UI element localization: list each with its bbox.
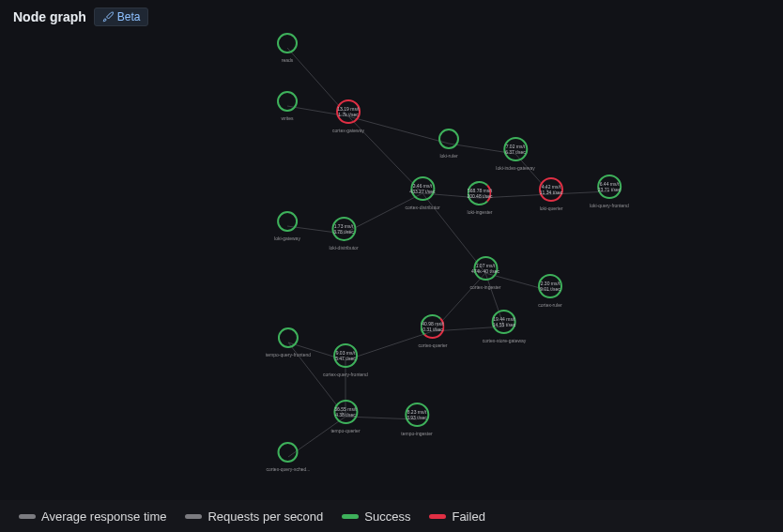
node-label: tempo-querier [330,428,360,433]
node-cortex-gateway[interactable]: 13.19 ms/t 1.7k t/sec cortex-gateway [332,99,364,133]
node-stat2: 6.37 t/sec [505,149,526,155]
node-label: loki-index-gateway [496,165,534,171]
node-label: cortex-ingester [469,284,500,290]
legend-success: Success [342,509,410,524]
swatch-gray [19,514,36,519]
node-ring: 9.03 ms/t 5.47 t/sec [333,343,358,368]
node-ring: 1.73 ms/t 3.78 t/sec [331,217,356,241]
node-ring [438,129,459,149]
node-cortex-ruler[interactable]: 2.30 ms/t 9.01 t/sec cortex-ruler [538,274,562,308]
node-label: loki-querier [539,205,563,211]
node-stat2: 433.27 t/sec [409,189,435,194]
node-ring [277,211,298,232]
node-ring [278,327,299,348]
node-tempo-ingester[interactable]: 8.23 ms/t 3.93 t/sec tempo-ingester [401,403,432,436]
swatch-green [342,514,359,519]
node-stat2: 4.38 t/sec [335,412,356,418]
node-ring: 19.44 ms/t 14.55 t/sec [492,310,516,334]
legend-failed: Failed [429,509,484,524]
legend: Average response time Requests per secon… [0,500,783,532]
node-label: loki-query-frontend [590,203,629,208]
node-label: loki-distributor [329,245,358,251]
node-loki-ruler[interactable]: loki-ruler [438,129,459,159]
node-stat2: 5.47 t/sec [335,356,356,361]
node-ring [277,33,298,53]
node-stat2: 474k-40 t/sec [471,268,499,274]
node-loki-gateway[interactable]: loki-gateway [274,211,300,241]
swatch-gray [185,514,202,519]
legend-avg: Average response time [19,509,166,524]
node-cortex-store-gateway[interactable]: 19.44 ms/t 14.55 t/sec cortex-store-gate… [483,310,527,343]
node-label: cortex-store-gateway [483,338,527,343]
node-loki-ingester[interactable]: 568.78 ms/t 200.48 t/sec loki-ingester [468,181,493,215]
node-cortex-ingester[interactable]: 1.07 ms/t 474k-40 t/sec cortex-ingester [469,256,500,290]
node-label: loki-ruler [438,153,459,159]
node-stat2: 3.93 t/sec [407,415,427,420]
node-label: loki-ingester [468,209,493,215]
node-label: cortex-query-frontend [323,372,368,377]
node-label: cortex-gateway [332,128,364,133]
node-label: cortex-ruler [538,302,562,308]
node-ring: 8.23 ms/t 3.93 t/sec [405,403,429,427]
node-loki-querier[interactable]: 4.42 ms/t 11.34 t/sec loki-querier [539,177,563,211]
node-ring: 6.44 ms/t 23.71 t/sec [597,175,622,199]
node-label: writes [277,115,298,121]
node-loki-query-frontend[interactable]: 6.44 ms/t 23.71 t/sec loki-query-fronten… [590,175,629,208]
node-loki-index-gateway[interactable]: 7.02 ms/t 6.37 t/sec loki-index-gateway [496,137,534,171]
node-ring: 568.78 ms/t 200.48 t/sec [468,181,492,205]
node-graph-canvas[interactable]: reads writes 13.19 ms/t 1.7k t/sec corte… [0,0,783,532]
node-stat2: 9.01 t/sec [540,286,560,292]
node-label: cortex-query-sched... [267,466,311,472]
node-cortex-query-sched[interactable]: cortex-query-sched... [267,442,311,472]
node-stat2: 23.71 t/sec [598,187,621,192]
node-stat2: 3.78 t/sec [333,229,354,235]
node-stat2: 1.7k t/sec [338,112,358,117]
node-label: cortex-distributor [405,205,439,210]
legend-rps: Requests per second [185,509,323,524]
node-label: loki-gateway [274,236,300,241]
node-stat2: 200.48 t/sec [467,193,492,199]
node-ring [277,91,298,112]
node-ring: 36.55 ms/t 4.38 t/sec [333,400,358,424]
node-stat2: 11.34 t/sec [540,190,562,195]
node-writes[interactable]: writes [277,91,298,121]
node-label: cortex-querier [419,342,448,348]
node-ring: 40.98 ms/t 0.31 t/sec [421,314,445,339]
node-stat2: 0.31 t/sec [422,327,443,332]
node-ring: 2.30 ms/t 9.01 t/sec [538,274,562,298]
node-loki-distributor[interactable]: 1.73 ms/t 3.78 t/sec loki-distributor [329,217,358,251]
node-ring: 1.07 ms/t 474k-40 t/sec [473,256,498,281]
swatch-red [429,514,446,519]
node-cortex-querier[interactable]: 40.98 ms/t 0.31 t/sec cortex-querier [419,314,448,348]
node-stat2: 14.55 t/sec [493,322,515,327]
node-cortex-distributor[interactable]: 2.46 ms/t 433.27 t/sec cortex-distributo… [405,176,439,210]
node-tempo-query-frontend[interactable]: tempo-query-frontend [266,327,311,357]
node-reads[interactable]: reads [277,33,298,63]
node-cortex-query-frontend[interactable]: 9.03 ms/t 5.47 t/sec cortex-query-fronte… [323,343,368,377]
node-label: tempo-query-frontend [266,352,311,357]
node-ring: 7.02 ms/t 6.37 t/sec [503,137,528,161]
node-ring: 4.42 ms/t 11.34 t/sec [539,177,563,202]
node-ring: 13.19 ms/t 1.7k t/sec [336,99,361,124]
node-label: tempo-ingester [401,431,432,436]
node-tempo-querier[interactable]: 36.55 ms/t 4.38 t/sec tempo-querier [330,400,360,433]
node-ring: 2.46 ms/t 433.27 t/sec [410,176,435,201]
node-label: reads [277,57,298,63]
node-ring [278,442,299,463]
